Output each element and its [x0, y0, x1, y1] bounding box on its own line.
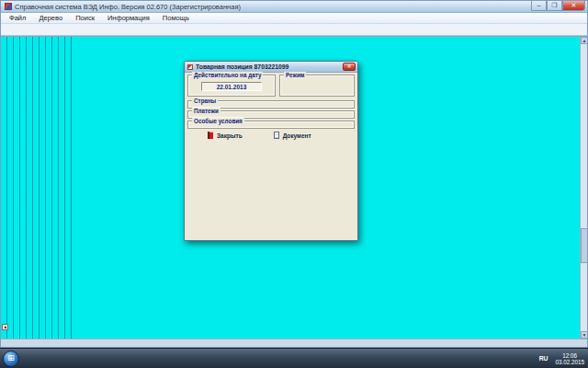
- title-bar[interactable]: Справочная система ВЭД Инфо. Версия 02.6…: [1, 1, 587, 13]
- mode-label: Режим: [284, 72, 306, 78]
- app-icon: [5, 3, 12, 10]
- menu-item-файл[interactable]: Файл: [3, 14, 32, 22]
- tree-scrollbar[interactable]: ▲ ▼: [580, 37, 587, 339]
- valid-date-label: Действительно на дату: [192, 72, 263, 78]
- dialog-icon: [187, 64, 193, 70]
- system-tray: RU 12:06 03.02.2015: [539, 352, 588, 365]
- menu-item-дерево[interactable]: Дерево: [32, 14, 69, 22]
- taskbar: ⊞ RU 12:06 03.02.2015: [0, 348, 588, 368]
- clock-time: 12:06: [562, 352, 577, 359]
- status-bar: [1, 339, 587, 347]
- menu-item-поиск[interactable]: Поиск: [69, 14, 101, 22]
- dialog-title: Товарная позиция 8703221099: [196, 63, 343, 70]
- taskbar-clock[interactable]: 12:06 03.02.2015: [555, 352, 584, 365]
- menu-item-информация[interactable]: Информация: [101, 14, 156, 22]
- start-button[interactable]: ⊞: [3, 351, 19, 367]
- countries-label: Страны: [192, 98, 218, 104]
- special-conditions-label: Особые условия: [192, 118, 244, 124]
- special-conditions-group: Особые условия: [187, 121, 355, 129]
- valid-date-group: Действительно на дату 22.01.2013: [187, 75, 276, 97]
- red-book-icon: [208, 132, 213, 139]
- close-button[interactable]: ✕: [562, 1, 585, 11]
- close-dialog-button[interactable]: Закрыть: [208, 132, 243, 139]
- commodity-position-dialog: Товарная позиция 8703221099 ✕ Действител…: [184, 61, 358, 241]
- payments-label: Платежи: [192, 108, 220, 114]
- menu-item-помощь[interactable]: Помощь: [156, 14, 196, 22]
- window-controls: – ❐ ✕: [531, 1, 585, 11]
- clock-date: 03.02.2015: [555, 359, 584, 365]
- dialog-buttons: Закрыть Документ: [187, 132, 355, 139]
- toolbar: [1, 24, 587, 36]
- dialog-body: Действительно на дату 22.01.2013 Режим С…: [185, 73, 357, 240]
- scrollbar-thumb[interactable]: [581, 228, 587, 263]
- screen: Справочная система ВЭД Инфо. Версия 02.6…: [0, 0, 588, 368]
- document-icon: [274, 132, 279, 139]
- document-button[interactable]: Документ: [274, 132, 311, 139]
- menu-bar: ФайлДеревоПоискИнформацияПомощь: [1, 13, 587, 24]
- mode-group: Режим: [279, 75, 355, 97]
- document-button-label: Документ: [283, 132, 311, 139]
- dialog-close-button[interactable]: ✕: [343, 63, 356, 71]
- scroll-up-arrow-icon[interactable]: ▲: [581, 37, 587, 44]
- valid-date-value[interactable]: 22.01.2013: [201, 82, 262, 91]
- current-position-marker: [2, 324, 8, 330]
- window-title: Справочная система ВЭД Инфо. Версия 02.6…: [15, 3, 531, 11]
- close-button-label: Закрыть: [217, 132, 243, 139]
- tree-guide-lines: [6, 37, 72, 339]
- minimize-button[interactable]: –: [531, 1, 547, 11]
- scroll-down-arrow-icon[interactable]: ▼: [581, 331, 587, 339]
- language-indicator[interactable]: RU: [539, 355, 548, 362]
- maximize-button[interactable]: ❐: [547, 1, 562, 11]
